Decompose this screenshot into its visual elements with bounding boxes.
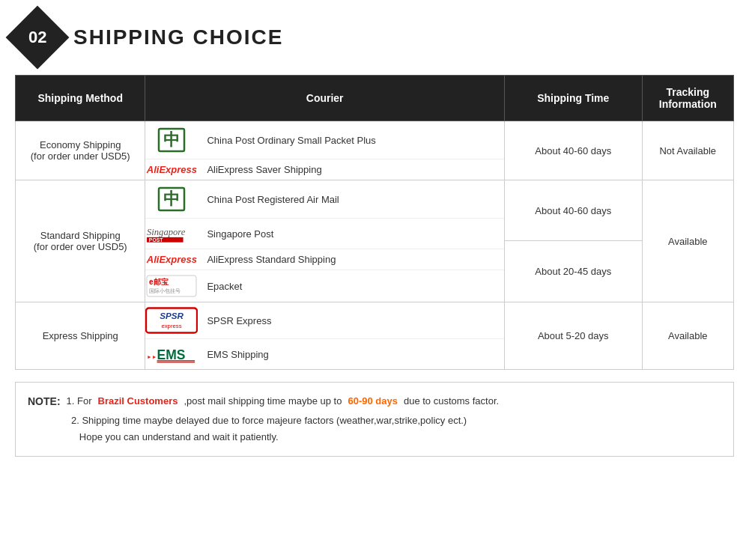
aliexpress-logo-2: AliExpress <box>145 254 198 265</box>
note-index-2: 2. Shipping time maybe delayed due to fo… <box>71 415 467 426</box>
courier-item: Singapore POST Singapore Post <box>145 219 504 249</box>
table-header-row: Shipping Method Courier Shipping Time Tr… <box>16 76 734 121</box>
epacket-icon: e邮宝 国际小包挂号 <box>146 275 197 297</box>
svg-text:国际小包挂号: 国际小包挂号 <box>149 288 181 293</box>
section-number-diamond: 02 <box>6 6 70 70</box>
note-line-1: NOTE: 1. For Brazil Customers ,post mail… <box>28 393 721 411</box>
svg-text:Singapore: Singapore <box>147 227 186 237</box>
table-row: Standard Shipping(for order over USD5) 中… <box>16 180 734 302</box>
courier-name-china-post-air: China Post Registered Air Mail <box>207 194 339 205</box>
note-text-3: Hope you can understand and wait it pati… <box>71 431 279 442</box>
ems-logo: ►► EMS <box>145 344 198 365</box>
courier-name-aliexpress-saver: AliExpress Saver Shipping <box>207 164 321 175</box>
note-line-2: 2. Shipping time maybe delayed due to fo… <box>71 413 721 445</box>
table-row: Economy Shipping(for order under USD5) 中… <box>16 121 734 180</box>
courier-express: SPSR express SPSR Express ►► EMS <box>145 302 505 370</box>
tracking-standard: Available <box>642 180 733 302</box>
page-header: 02 SHIPPING CHOICE <box>15 15 734 60</box>
note-index-1: 1. For <box>67 393 92 411</box>
page-title: SHIPPING CHOICE <box>73 25 283 49</box>
china-post-icon-2: 中 <box>156 185 187 213</box>
svg-text:express: express <box>162 323 182 329</box>
aliexpress-brand-text-2: AliExpress <box>147 254 197 265</box>
time-express: About 5-20 days <box>504 302 642 370</box>
courier-item: 中 China Post Registered Air Mail <box>145 180 504 219</box>
tracking-economy: Not Available <box>642 121 733 180</box>
note-days-highlight: 60-90 days <box>348 393 398 411</box>
courier-item: e邮宝 国际小包挂号 Epacket <box>145 270 504 302</box>
courier-standard: 中 China Post Registered Air Mail Singapo… <box>145 180 505 302</box>
aliexpress-logo: AliExpress <box>145 164 198 175</box>
courier-name-china-post-ordinary: China Post Ordinary Small Packet Plus <box>207 135 375 146</box>
time-economy: About 40-60 days <box>504 121 642 180</box>
singapore-post-icon: Singapore POST <box>145 223 198 244</box>
svg-text:e邮宝: e邮宝 <box>149 278 169 286</box>
china-post-logo: 中 <box>145 126 198 154</box>
courier-name-spsr: SPSR Express <box>207 315 271 326</box>
courier-item: ►► EMS EMS Shipping <box>145 339 504 369</box>
header-tracking: TrackingInformation <box>642 76 733 121</box>
aliexpress-brand-text: AliExpress <box>147 164 197 175</box>
header-time: Shipping Time <box>504 76 642 121</box>
ems-icon: ►► EMS <box>145 344 198 365</box>
china-post-icon: 中 <box>156 126 187 154</box>
method-standard: Standard Shipping(for order over USD5) <box>16 180 145 302</box>
method-economy: Economy Shipping(for order under USD5) <box>16 121 145 180</box>
method-express: Express Shipping <box>16 302 145 370</box>
singapore-post-logo: Singapore POST <box>145 223 198 244</box>
courier-name-epacket: Epacket <box>207 281 242 292</box>
china-post-logo-2: 中 <box>145 185 198 213</box>
note-brazil-highlight: Brazil Customers <box>98 393 178 411</box>
courier-economy: 中 China Post Ordinary Small Packet Plus … <box>145 121 505 180</box>
spsr-icon: SPSR express <box>145 307 198 334</box>
courier-item: AliExpress AliExpress Saver Shipping <box>145 159 504 180</box>
courier-item: AliExpress AliExpress Standard Shipping <box>145 249 504 270</box>
note-text-2: due to customs factor. <box>404 393 499 411</box>
svg-text:SPSR: SPSR <box>160 311 184 320</box>
courier-name-aliexpress-standard: AliExpress Standard Shipping <box>207 254 336 265</box>
note-section: NOTE: 1. For Brazil Customers ,post mail… <box>15 382 734 457</box>
note-text-1: ,post mail shipping time maybe up to <box>184 393 342 411</box>
epacket-logo: e邮宝 国际小包挂号 <box>145 275 198 297</box>
svg-text:EMS: EMS <box>157 347 186 362</box>
time-standard-1: About 40-60 days <box>505 181 642 241</box>
courier-name-singapore-post: Singapore Post <box>207 228 273 240</box>
time-standard: About 40-60 days About 20-45 days <box>504 180 642 302</box>
section-number: 02 <box>28 28 46 47</box>
shipping-table: Shipping Method Courier Shipping Time Tr… <box>15 75 734 370</box>
header-method: Shipping Method <box>16 76 145 121</box>
tracking-express: Available <box>642 302 733 370</box>
spsr-logo: SPSR express <box>145 307 198 334</box>
svg-text:中: 中 <box>163 189 180 208</box>
svg-text:►►: ►► <box>147 354 157 359</box>
table-row: Express Shipping SPSR express SPSR Expre… <box>16 302 734 370</box>
header-courier: Courier <box>145 76 505 121</box>
courier-item: SPSR express SPSR Express <box>145 302 504 339</box>
svg-text:POST: POST <box>149 237 163 243</box>
svg-text:中: 中 <box>163 130 180 149</box>
note-label: NOTE: <box>28 393 61 411</box>
courier-name-ems: EMS Shipping <box>207 349 268 360</box>
courier-item: 中 China Post Ordinary Small Packet Plus <box>145 121 504 159</box>
time-standard-2: About 20-45 days <box>505 241 642 301</box>
